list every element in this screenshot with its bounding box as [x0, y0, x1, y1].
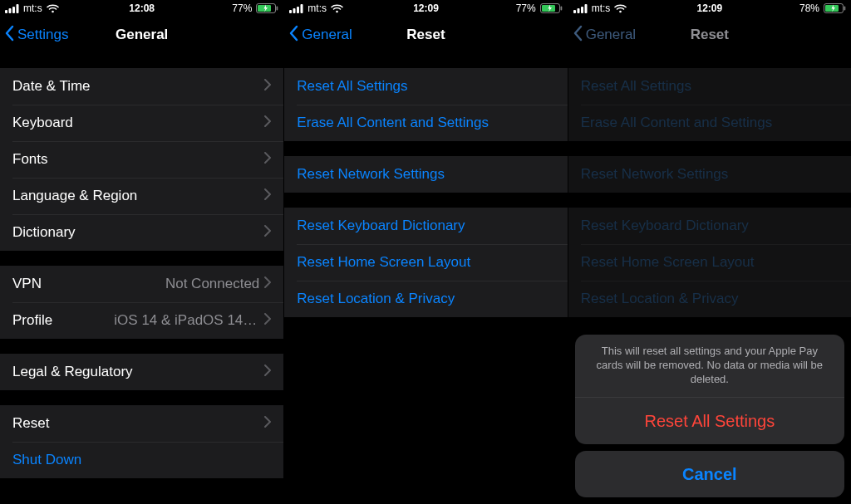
- row-vpn[interactable]: VPNNot Connected: [0, 266, 283, 302]
- row-label: Date & Time: [12, 78, 264, 95]
- row-label: Reset Keyboard Dictionary: [297, 218, 554, 234]
- chevron-right-icon: [264, 78, 271, 95]
- row-dictionary[interactable]: Dictionary: [0, 214, 283, 251]
- chevron-right-icon: [264, 115, 271, 131]
- row-detail: Not Connected: [165, 276, 259, 292]
- status-bar: mt:s12:0978%: [568, 0, 851, 17]
- row-label: Language & Region: [12, 188, 264, 204]
- chevron-right-icon: [264, 312, 271, 329]
- clock-time: 12:09: [568, 2, 851, 14]
- cancel-button[interactable]: Cancel: [575, 451, 844, 497]
- row-reset-keyboard-dictionary[interactable]: Reset Keyboard Dictionary: [284, 208, 567, 244]
- clock-time: 12:08: [0, 2, 283, 14]
- row-erase-all-content-and-settings[interactable]: Erase All Content and Settings: [284, 105, 567, 141]
- row-label: Reset Network Settings: [581, 166, 839, 183]
- row-label: Reset: [12, 415, 264, 432]
- row-label: Reset Keyboard Dictionary: [581, 218, 839, 234]
- row-language-region[interactable]: Language & Region: [0, 178, 283, 214]
- row-label: Dictionary: [12, 224, 264, 241]
- nav-bar: SettingsGeneral: [0, 17, 283, 53]
- row-label: Legal & Regulatory: [12, 364, 264, 380]
- row-date-time[interactable]: Date & Time: [0, 68, 283, 105]
- row-label: Erase All Content and Settings: [581, 115, 839, 131]
- row-label: Reset All Settings: [297, 78, 554, 95]
- row-label: Reset Location & Privacy: [581, 291, 839, 307]
- nav-bar: GeneralReset: [568, 17, 851, 53]
- row-reset-keyboard-dictionary: Reset Keyboard Dictionary: [568, 208, 851, 244]
- settings-group: Reset All SettingsErase All Content and …: [568, 68, 851, 141]
- row-reset-all-settings[interactable]: Reset All Settings: [284, 68, 567, 105]
- row-label: Fonts: [12, 151, 264, 168]
- row-reset-location-privacy[interactable]: Reset Location & Privacy: [284, 281, 567, 317]
- row-shut-down[interactable]: Shut Down: [0, 442, 283, 478]
- settings-group: VPNNot ConnectedProfileiOS 14 & iPadOS 1…: [0, 266, 283, 339]
- row-reset-network-settings[interactable]: Reset Network Settings: [284, 156, 567, 193]
- row-keyboard[interactable]: Keyboard: [0, 105, 283, 141]
- chevron-right-icon: [264, 151, 271, 168]
- settings-group: Reset All SettingsErase All Content and …: [284, 68, 567, 141]
- settings-group: Date & TimeKeyboardFontsLanguage & Regio…: [0, 68, 283, 251]
- row-label: Reset Network Settings: [297, 166, 554, 183]
- nav-title: General: [0, 27, 283, 43]
- reset-all-settings-button[interactable]: Reset All Settings: [575, 398, 844, 444]
- row-label: VPN: [12, 276, 165, 292]
- row-erase-all-content-and-settings: Erase All Content and Settings: [568, 105, 851, 141]
- settings-group: Reset Network Settings: [568, 156, 851, 193]
- row-label: Reset All Settings: [581, 78, 839, 95]
- row-label: Erase All Content and Settings: [297, 115, 554, 131]
- row-label: Shut Down: [12, 452, 271, 468]
- chevron-right-icon: [264, 224, 271, 241]
- row-label: Profile: [12, 312, 114, 329]
- content-area: Date & TimeKeyboardFontsLanguage & Regio…: [0, 68, 283, 478]
- row-reset-all-settings: Reset All Settings: [568, 68, 851, 105]
- content-area: Reset All SettingsErase All Content and …: [284, 68, 567, 317]
- action-sheet: This will reset all settings and your Ap…: [575, 335, 844, 497]
- row-detail: iOS 14 & iPadOS 14 Beta Softwar...: [114, 312, 259, 329]
- row-profile[interactable]: ProfileiOS 14 & iPadOS 14 Beta Softwar..…: [0, 302, 283, 339]
- chevron-right-icon: [264, 188, 271, 204]
- separator: [575, 397, 844, 398]
- action-sheet-main: This will reset all settings and your Ap…: [575, 335, 844, 444]
- content-area: Reset All SettingsErase All Content and …: [568, 68, 851, 317]
- row-legal-regulatory[interactable]: Legal & Regulatory: [0, 354, 283, 390]
- phone-panel-2: mt:s12:0978%GeneralResetReset All Settin…: [568, 0, 851, 504]
- row-reset-home-screen-layout[interactable]: Reset Home Screen Layout: [284, 244, 567, 281]
- nav-bar: GeneralReset: [284, 17, 567, 53]
- settings-group: ResetShut Down: [0, 405, 283, 478]
- settings-group: Reset Keyboard DictionaryReset Home Scre…: [568, 208, 851, 317]
- row-label: Keyboard: [12, 115, 264, 131]
- chevron-right-icon: [264, 415, 271, 432]
- chevron-right-icon: [264, 276, 271, 292]
- nav-title: Reset: [284, 27, 567, 43]
- row-fonts[interactable]: Fonts: [0, 141, 283, 178]
- phone-panel-0: mt:s12:0877%SettingsGeneralDate & TimeKe…: [0, 0, 283, 504]
- clock-time: 12:09: [284, 2, 567, 14]
- action-sheet-message: This will reset all settings and your Ap…: [575, 335, 844, 397]
- row-reset-network-settings: Reset Network Settings: [568, 156, 851, 193]
- row-reset-location-privacy: Reset Location & Privacy: [568, 281, 851, 317]
- chevron-right-icon: [264, 364, 271, 380]
- row-label: Reset Home Screen Layout: [581, 254, 839, 271]
- row-label: Reset Location & Privacy: [297, 291, 554, 307]
- phone-panel-1: mt:s12:0977%GeneralResetReset All Settin…: [283, 0, 567, 504]
- nav-title: Reset: [568, 27, 851, 43]
- settings-group: Reset Network Settings: [284, 156, 567, 193]
- status-bar: mt:s12:0977%: [284, 0, 567, 17]
- action-sheet-cancel-group: Cancel: [575, 451, 844, 497]
- row-label: Reset Home Screen Layout: [297, 254, 554, 271]
- row-reset-home-screen-layout: Reset Home Screen Layout: [568, 244, 851, 281]
- status-bar: mt:s12:0877%: [0, 0, 283, 17]
- settings-group: Legal & Regulatory: [0, 354, 283, 390]
- settings-group: Reset Keyboard DictionaryReset Home Scre…: [284, 208, 567, 317]
- row-reset[interactable]: Reset: [0, 405, 283, 442]
